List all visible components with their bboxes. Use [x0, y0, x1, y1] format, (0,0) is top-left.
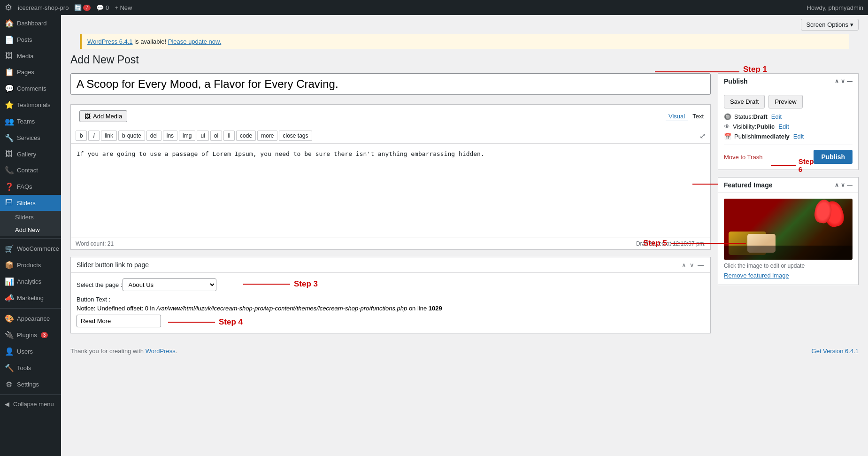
more-btn[interactable]: more	[257, 131, 277, 141]
bquote-btn[interactable]: b-quote	[118, 131, 145, 141]
collapse-menu[interactable]: ◀ Collapse menu	[0, 397, 61, 411]
wordpress-footer-link[interactable]: WordPress	[146, 348, 176, 355]
content-wrap: WordPress 6.4.1 is available! Please upd…	[61, 34, 868, 343]
page-select[interactable]: About Us Home Contact Services Gallery	[123, 278, 216, 291]
publish-down-chevron[interactable]: ∨	[841, 78, 845, 85]
publish-collapse[interactable]: —	[847, 78, 853, 85]
link-btn[interactable]: link	[101, 131, 117, 141]
expand-icon[interactable]: ⤢	[699, 131, 706, 140]
sidebar-item-sliders[interactable]: 🎞 Sliders	[0, 195, 61, 211]
sidebar-item-teams[interactable]: 👥 Teams	[0, 113, 61, 130]
li-btn[interactable]: li	[223, 131, 235, 141]
sidebar-item-tools[interactable]: 🔨 Tools	[0, 360, 61, 376]
sidebar-item-contact[interactable]: 📞 Contact	[0, 162, 61, 178]
get-version-link[interactable]: Get Version 6.4.1	[812, 348, 859, 355]
sidebar-item-settings[interactable]: ⚙ Settings	[0, 376, 61, 393]
publish-up-chevron[interactable]: ∧	[835, 78, 839, 85]
posts-icon: 📄	[5, 35, 13, 44]
submenu-sliders[interactable]: Sliders	[0, 211, 61, 224]
notifications-item[interactable]: 🔄 7	[74, 4, 91, 11]
slider-chevrons: ∧ ∨ —	[681, 262, 705, 269]
move-trash-link[interactable]: Move to Trash	[724, 154, 762, 161]
slider-box-header[interactable]: Slider button link to page ∧ ∨ —	[71, 257, 710, 273]
editor-status: Word count: 21 Draft saved at 12:18:07 p…	[71, 238, 710, 249]
ins-btn[interactable]: ins	[163, 131, 177, 141]
sidebar-item-marketing[interactable]: 📣 Marketing	[0, 290, 61, 306]
ul-btn[interactable]: ul	[197, 131, 208, 141]
button-text-input[interactable]	[77, 315, 161, 327]
slider-box: Slider button link to page ∧ ∨ — Select …	[70, 257, 711, 333]
contact-icon: 📞	[5, 166, 13, 175]
update-now-link[interactable]: Please update now.	[168, 38, 221, 45]
sidebar-item-woocommerce[interactable]: 🛒 WooCommerce	[0, 240, 61, 257]
sidebar-item-services[interactable]: 🔧 Services	[0, 130, 61, 146]
code-btn[interactable]: code	[236, 131, 256, 141]
appearance-icon: 🎨	[5, 314, 13, 323]
post-title-input[interactable]	[70, 73, 711, 95]
site-name[interactable]: icecream-shop-pro	[18, 4, 69, 11]
add-media-button[interactable]: 🖼 Add Media	[79, 110, 127, 122]
fi-down-chevron[interactable]: ∨	[841, 182, 845, 188]
img-btn[interactable]: img	[179, 131, 195, 141]
sidebar-item-comments[interactable]: 💬 Comments	[0, 80, 61, 97]
editor-content[interactable]: If you are going to use a passage of Lor…	[71, 144, 710, 238]
admin-bar: ⚙ icecream-shop-pro 🔄 7 💬 0 + New Howdy,…	[0, 0, 868, 15]
services-icon: 🔧	[5, 133, 13, 142]
wp-footer: Thank you for creating with WordPress. G…	[61, 343, 868, 359]
featured-image-header[interactable]: Featured Image ∧ ∨ —	[718, 178, 858, 193]
sidebar-item-users[interactable]: 👤 Users	[0, 343, 61, 360]
remove-featured-image-link[interactable]: Remove featured image	[724, 272, 853, 279]
publish-button[interactable]: Publish	[814, 150, 853, 164]
marketing-icon: 📣	[5, 294, 13, 302]
text-btn[interactable]: Text	[690, 112, 707, 121]
testimonials-icon: ⭐	[5, 100, 13, 109]
sidebar-item-gallery[interactable]: 🖼 Gallery	[0, 146, 61, 162]
media-icon: 🖼	[5, 52, 13, 60]
sidebar-item-pages[interactable]: 📋 Pages	[0, 64, 61, 80]
del-btn[interactable]: del	[146, 131, 161, 141]
footer-left: Thank you for creating with WordPress.	[70, 348, 177, 355]
sliders-submenu: Sliders Add New	[0, 211, 61, 236]
publish-footer: Move to Trash Step 6 Publish	[724, 145, 853, 164]
fi-collapse[interactable]: —	[847, 182, 853, 188]
word-count: Word count: 21	[76, 240, 114, 247]
faqs-icon: ❓	[5, 182, 13, 191]
ol-btn[interactable]: ol	[210, 131, 222, 141]
visual-btn[interactable]: Visual	[666, 112, 688, 121]
bold-btn[interactable]: b	[76, 131, 87, 141]
publish-box-header[interactable]: Publish ∧ ∨ —	[718, 74, 858, 89]
sidebar-item-media[interactable]: 🖼 Media	[0, 48, 61, 64]
select-page-row: Select the page : About Us Home Contact …	[77, 278, 705, 291]
featured-image[interactable]	[724, 199, 853, 260]
chevron-down-icon: ▾	[850, 21, 853, 28]
products-icon: 📦	[5, 261, 13, 270]
sidebar-item-faqs[interactable]: ❓ FAQs	[0, 178, 61, 195]
slider-down-chevron[interactable]: ∨	[689, 262, 695, 269]
sidebar-item-analytics[interactable]: 📊 Analytics	[0, 273, 61, 290]
screen-options-button[interactable]: Screen Options ▾	[801, 19, 859, 31]
status-edit-link[interactable]: Edit	[771, 113, 782, 120]
submenu-add-new[interactable]: Add New	[0, 224, 61, 236]
fi-up-chevron[interactable]: ∧	[835, 182, 839, 188]
sidebar-item-testimonials[interactable]: ⭐ Testimonials	[0, 97, 61, 113]
sidebar-item-products[interactable]: 📦 Products	[0, 257, 61, 273]
publish-time-edit-link[interactable]: Edit	[793, 133, 804, 140]
users-icon: 👤	[5, 347, 13, 356]
new-item[interactable]: + New	[115, 4, 132, 11]
featured-image-box: Featured Image ∧ ∨ —	[718, 177, 859, 285]
sidebar-item-appearance[interactable]: 🎨 Appearance	[0, 310, 61, 327]
slider-up-chevron[interactable]: ∧	[681, 262, 687, 269]
close-tags-btn[interactable]: close tags	[279, 131, 312, 141]
sidebar-item-posts[interactable]: 📄 Posts	[0, 31, 61, 48]
save-draft-button[interactable]: Save Draft	[724, 95, 765, 108]
sidebar-item-dashboard[interactable]: 🏠 Dashboard	[0, 15, 61, 31]
sidebar-item-plugins[interactable]: 🔌 Plugins 3	[0, 327, 61, 343]
comments-item[interactable]: 💬 0	[96, 4, 109, 11]
italic-btn[interactable]: i	[88, 131, 100, 141]
gallery-icon: 🖼	[5, 150, 13, 158]
visibility-edit-link[interactable]: Edit	[778, 123, 789, 130]
preview-button[interactable]: Preview	[768, 95, 802, 108]
step1-annotation: Step 1	[655, 65, 767, 74]
slider-collapse-btn[interactable]: —	[697, 262, 705, 269]
update-link[interactable]: WordPress 6.4.1	[87, 38, 133, 45]
